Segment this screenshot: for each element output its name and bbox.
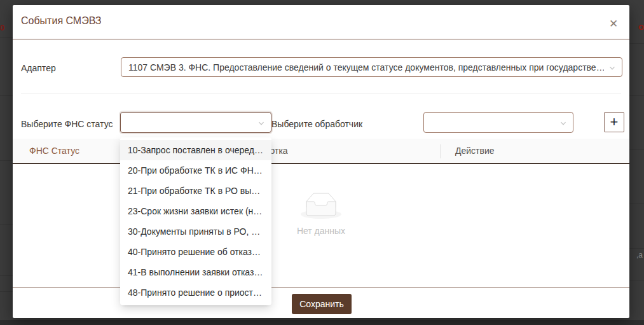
close-icon[interactable]: ✕ <box>606 17 620 31</box>
empty-box-icon <box>301 193 341 219</box>
background-row-line <box>0 95 13 96</box>
background-row-line <box>0 224 13 225</box>
background-row-line <box>0 37 13 38</box>
adapter-select[interactable]: 1107 СМЭВ 3. ФНС. Предоставление сведени… <box>121 57 622 77</box>
dropdown-option[interactable]: 41-В выполнении заявки отказ… <box>120 262 271 282</box>
empty-state: Нет данных <box>13 193 629 236</box>
background-row-line <box>0 160 13 161</box>
handler-label: Выберите обработчик <box>271 119 362 129</box>
fns-status-label: Выберите ФНС статус <box>21 119 113 129</box>
table-header-row: ФНС Статус Обработка Действие <box>13 139 629 164</box>
dropdown-option[interactable]: 48-Принято решение о приост… <box>120 282 271 303</box>
chevron-down-icon <box>608 64 616 71</box>
background-row-line <box>0 275 13 276</box>
save-button[interactable]: Сохранить <box>292 294 352 314</box>
chevron-down-icon <box>257 119 265 127</box>
adapter-label: Адаптер <box>21 63 56 73</box>
adapter-select-value: 1107 СМЭВ 3. ФНС. Предоставление сведени… <box>128 62 604 73</box>
background-row-line <box>629 280 644 280</box>
fns-status-select[interactable] <box>120 112 271 133</box>
handler-select[interactable] <box>423 112 573 133</box>
column-separator <box>440 144 441 158</box>
background-row-line <box>629 149 644 150</box>
modal-title: События СМЭВЗ <box>21 15 102 27</box>
chevron-down-icon <box>559 119 567 127</box>
column-header-fns-status: ФНС Статус <box>29 146 79 156</box>
background-row-line <box>0 291 13 292</box>
dropdown-option[interactable]: 30-Документы приняты в РО, … <box>120 221 271 242</box>
background-text-fragment: о <box>638 21 644 32</box>
dropdown-option[interactable]: 40-Принято решение об отказ… <box>120 242 271 262</box>
background-row-line <box>629 43 644 44</box>
dropdown-option[interactable]: 20-При обработке ТК в ИС ФН… <box>120 160 271 181</box>
background-row-line <box>629 248 644 249</box>
column-header-action: Действие <box>455 146 495 156</box>
modal-header: События СМЭВЗ ✕ <box>13 5 629 39</box>
background-text-fragment: 0 <box>0 23 4 32</box>
section-divider <box>21 93 621 94</box>
dropdown-option[interactable]: 21-При обработке ТК в РО вы… <box>120 181 271 201</box>
smev-events-modal: События СМЭВЗ ✕ Адаптер 1107 СМЭВ 3. ФНС… <box>13 5 629 318</box>
background-footer-band <box>0 320 644 325</box>
add-button[interactable]: + <box>604 112 624 132</box>
footer-divider <box>13 287 629 287</box>
dropdown-option[interactable]: 10-Запрос поставлен в очеред… <box>120 140 271 160</box>
background-row-line <box>629 95 644 96</box>
background-row-line <box>629 204 644 204</box>
empty-state-text: Нет данных <box>13 226 629 236</box>
background-text-fragment: ,a <box>636 251 643 259</box>
dropdown-option[interactable]: 23-Срок жизни заявки истек (н… <box>120 201 271 221</box>
fns-status-dropdown: 10-Запрос поставлен в очеред… 20-При обр… <box>120 137 271 305</box>
